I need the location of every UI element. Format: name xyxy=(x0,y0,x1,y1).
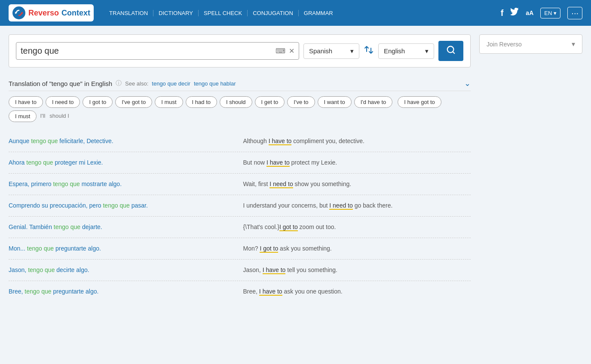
nav-spellcheck[interactable]: SPELL CHECK xyxy=(199,10,248,16)
logo-reverso: Reverso xyxy=(28,9,59,18)
tag-ive-to[interactable]: I've to xyxy=(287,96,315,108)
source-sentence-2: Ahora tengo que proteger mi Lexie. xyxy=(9,158,236,167)
table-row: Bree, tengo que preguntarte algo. Bree, … xyxy=(9,281,471,302)
source-lang-dropdown-icon: ▾ xyxy=(350,47,354,55)
tag-id-have-to[interactable]: I'd have to xyxy=(354,96,393,108)
join-reverso-label: Join Reverso xyxy=(487,41,522,48)
facebook-icon[interactable]: f xyxy=(501,8,504,18)
source-sentence-6: Mon... tengo que preguntarte algo. xyxy=(9,244,236,253)
tgt-highlight-5: I got to xyxy=(279,223,298,231)
tag-ive-got-to[interactable]: I've got to xyxy=(115,96,152,108)
src-highlight-5: tengo que xyxy=(54,223,80,230)
table-row: Genial. También tengo que dejarte. {\Tha… xyxy=(9,217,471,238)
tgt-highlight-3: I need to xyxy=(269,180,293,188)
source-sentence-1: Aunque tengo que felicitarle, Detective. xyxy=(9,137,236,146)
main-header: Reverso Context TRANSLATION DICTIONARY S… xyxy=(0,0,591,26)
right-panel: Join Reverso ▾ xyxy=(479,34,582,302)
swap-languages-button[interactable] xyxy=(364,45,374,57)
see-also-link-1[interactable]: tengo que decir xyxy=(152,80,190,87)
tag-i-have-got-to[interactable]: I have got to xyxy=(398,96,441,108)
target-lang-dropdown-icon: ▾ xyxy=(425,47,429,55)
join-reverso-arrow-icon: ▾ xyxy=(572,40,575,48)
tag-i-got-to[interactable]: I got to xyxy=(83,96,113,108)
table-row: Aunque tengo que felicitarle, Detective.… xyxy=(9,131,471,152)
font-size-button[interactable]: aA xyxy=(526,9,533,16)
more-menu-button[interactable]: ··· xyxy=(567,7,582,19)
left-panel: ⌨ ✕ Spanish ▾ English ▾ xyxy=(9,34,471,302)
tag-i-have-to[interactable]: I have to xyxy=(9,96,43,108)
tgt-highlight-7: I have to xyxy=(263,266,286,274)
source-sentence-3: Espera, primero tengo que mostrarte algo… xyxy=(9,180,236,189)
main-content: ⌨ ✕ Spanish ▾ English ▾ xyxy=(0,26,591,302)
tag-ill-plain: I'll xyxy=(39,110,46,122)
search-container: ⌨ ✕ Spanish ▾ English ▾ xyxy=(9,34,471,67)
tag-i-need-to[interactable]: I need to xyxy=(46,96,80,108)
tgt-highlight-8: I have to xyxy=(259,288,282,296)
tag-should-i-plain: should I xyxy=(49,110,70,122)
search-button[interactable] xyxy=(438,41,463,61)
table-row: Ahora tengo que proteger mi Lexie. But n… xyxy=(9,152,471,174)
tag-i-want-to[interactable]: I want to xyxy=(318,96,352,108)
svg-point-0 xyxy=(12,6,25,19)
tgt-highlight-6: I got to xyxy=(260,245,278,253)
nav-grammar[interactable]: GRAMMAR xyxy=(299,10,338,16)
language-selector-button[interactable]: EN ▾ xyxy=(540,8,560,18)
table-row: Espera, primero tengo que mostrarte algo… xyxy=(9,174,471,195)
tag-pills-container: I have to I need to I got to I've got to… xyxy=(9,96,471,122)
nav-conjugation[interactable]: CONJUGATION xyxy=(248,10,299,16)
results-container: Aunque tengo que felicitarle, Detective.… xyxy=(9,131,471,302)
main-nav: TRANSLATION DICTIONARY SPELL CHECK CONJU… xyxy=(104,10,338,16)
join-reverso-box[interactable]: Join Reverso ▾ xyxy=(479,34,582,54)
tag-i-must-1[interactable]: I must xyxy=(155,96,183,108)
tgt-highlight-4: I need to xyxy=(329,202,353,210)
keyboard-icon[interactable]: ⌨ xyxy=(276,47,285,55)
target-sentence-4: I understand your concerns, but I need t… xyxy=(243,201,471,210)
nav-translation[interactable]: TRANSLATION xyxy=(104,10,153,16)
target-lang-label: English xyxy=(384,47,405,55)
expand-icon[interactable]: ⌄ xyxy=(464,79,471,88)
header-right: f aA EN ▾ ··· xyxy=(501,7,582,19)
target-language-selector[interactable]: English ▾ xyxy=(378,43,434,59)
svg-line-4 xyxy=(453,52,454,53)
src-highlight-6: tengo que xyxy=(27,245,54,252)
search-input-area: ⌨ ✕ xyxy=(16,42,299,60)
translation-title: Translation of "tengo que" in English xyxy=(9,80,112,87)
table-row: Comprendo su preocupación, pero tengo qu… xyxy=(9,195,471,217)
nav-dictionary[interactable]: DICTIONARY xyxy=(153,10,199,16)
target-sentence-8: Bree, I have to ask you one question. xyxy=(243,287,471,296)
tgt-highlight-2: I have to xyxy=(266,159,290,167)
logo[interactable]: Reverso Context xyxy=(9,4,94,21)
target-sentence-1: Although I have to compliment you, detec… xyxy=(243,137,471,146)
tag-i-get-to[interactable]: I get to xyxy=(255,96,285,108)
src-highlight-3: tengo que xyxy=(53,180,80,187)
tgt-highlight-1: I have to xyxy=(269,138,292,145)
source-sentence-4: Comprendo su preocupación, pero tengo qu… xyxy=(9,201,236,210)
src-highlight-8: tengo que xyxy=(24,288,51,295)
table-row: Mon... tengo que preguntarte algo. Mon? … xyxy=(9,238,471,260)
tag-i-had-to[interactable]: I had to xyxy=(186,96,217,108)
logo-context: Context xyxy=(61,9,90,18)
search-input[interactable] xyxy=(21,46,272,56)
target-sentence-7: Jason, I have to tell you something. xyxy=(243,266,471,275)
src-highlight-7: tengo que xyxy=(28,266,55,273)
see-also-link-2[interactable]: tengo que hablar xyxy=(194,80,236,87)
translation-header: Translation of "tengo que" in English ⓘ … xyxy=(9,74,471,91)
twitter-icon[interactable] xyxy=(510,8,519,18)
see-also-label: See also: xyxy=(125,80,148,87)
source-lang-label: Spanish xyxy=(309,47,332,55)
src-highlight-2: tengo que xyxy=(26,159,53,166)
logo-icon xyxy=(12,6,26,20)
target-sentence-3: Wait, first I need to show you something… xyxy=(243,180,471,189)
src-highlight-4: tengo que xyxy=(103,202,129,209)
target-sentence-2: But now I have to protect my Lexie. xyxy=(243,158,471,167)
tag-i-must-2[interactable]: I must xyxy=(9,110,37,122)
table-row: Jason, tengo que decirte algo. Jason, I … xyxy=(9,260,471,281)
source-sentence-5: Genial. También tengo que dejarte. xyxy=(9,223,236,232)
tag-i-should[interactable]: I should xyxy=(220,96,252,108)
source-language-selector[interactable]: Spanish ▾ xyxy=(303,43,359,59)
src-highlight-1: tengo que xyxy=(31,138,58,144)
info-icon[interactable]: ⓘ xyxy=(116,80,122,87)
target-sentence-5: {\That's cool.}I got to zoom out too. xyxy=(243,223,471,232)
clear-icon[interactable]: ✕ xyxy=(289,47,294,55)
source-sentence-7: Jason, tengo que decirte algo. xyxy=(9,266,236,275)
